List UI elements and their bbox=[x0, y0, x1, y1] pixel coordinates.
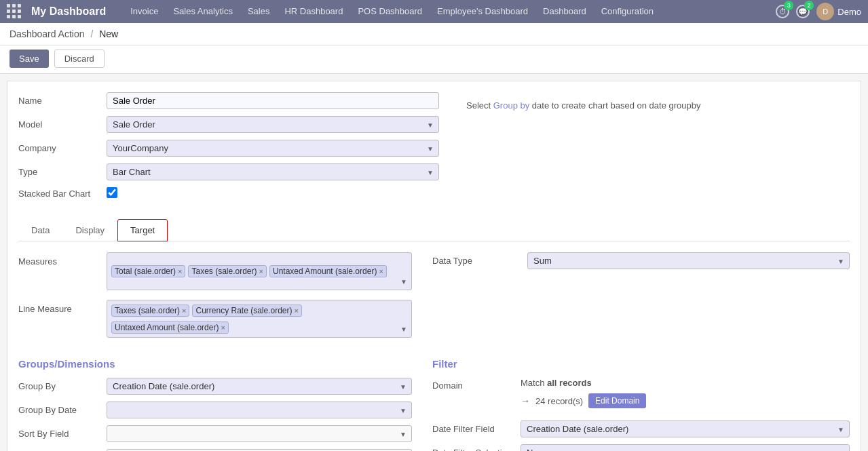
tab-display[interactable]: Display bbox=[62, 219, 117, 241]
tab-data[interactable]: Data bbox=[18, 219, 62, 241]
measures-input[interactable]: Total (sale.order) × Taxes (sale.order) … bbox=[107, 252, 412, 290]
date-filter-field-row: Date Filter Field Creation Date (sale.or… bbox=[432, 420, 850, 437]
data-section: Measures Total (sale.order) × Taxes (sal… bbox=[18, 252, 850, 345]
measure-tag-untaxed: Untaxed Amount (sale.order) × bbox=[269, 265, 387, 277]
company-label: Company bbox=[18, 143, 107, 153]
tag-label: Currency Rate (sale.order) bbox=[195, 306, 292, 315]
data-type-select[interactable]: Sum bbox=[527, 252, 850, 269]
breadcrumb-current: New bbox=[99, 28, 118, 39]
line-measure-label: Line Measure bbox=[18, 300, 107, 314]
hint-text: Select Group by date to create chart bas… bbox=[466, 99, 850, 113]
data-left: Measures Total (sale.order) × Taxes (sal… bbox=[18, 252, 412, 345]
date-filter-field-select-wrapper: Creation Date (sale.order) bbox=[521, 420, 850, 437]
sort-by-field-row: Sort By Field bbox=[18, 425, 412, 442]
remove-untaxed-tag[interactable]: × bbox=[379, 267, 383, 275]
stacked-checkbox-wrapper bbox=[107, 187, 439, 200]
measures-label: Measures bbox=[18, 252, 107, 267]
date-filter-field-select[interactable]: Creation Date (sale.order) bbox=[521, 420, 850, 437]
match-text: Match all records bbox=[521, 378, 850, 388]
edit-domain-button[interactable]: Edit Domain bbox=[588, 393, 646, 408]
tag-label: Taxes (sale.order) bbox=[191, 267, 257, 276]
model-select[interactable]: Sale Order bbox=[107, 116, 439, 133]
line-tag-taxes: Taxes (sale.order) × bbox=[111, 305, 189, 317]
remove-taxes-tag[interactable]: × bbox=[259, 267, 263, 275]
name-field-row: Name bbox=[18, 92, 439, 109]
name-input[interactable] bbox=[107, 92, 439, 109]
model-select-wrapper: Sale Order bbox=[107, 116, 439, 133]
breadcrumb-parent[interactable]: Dashboard Action bbox=[10, 28, 85, 39]
date-filter-selection-label: Date Filter Selection bbox=[432, 448, 521, 451]
line-measure-dropdown-arrow[interactable]: ▼ bbox=[400, 326, 407, 333]
sort-by-field-select[interactable] bbox=[107, 425, 412, 442]
bottom-section: Groups/Dimensions Group By Creation Date… bbox=[18, 358, 850, 451]
records-count: 24 record(s) bbox=[535, 396, 583, 406]
name-input-wrapper bbox=[107, 92, 439, 109]
groups-title: Groups/Dimensions bbox=[18, 358, 412, 370]
group-by-select[interactable]: Creation Date (sale.order) bbox=[107, 378, 412, 395]
group-by-row: Group By Creation Date (sale.order) bbox=[18, 378, 412, 395]
tag-label: Total (sale.order) bbox=[115, 267, 176, 276]
group-by-date-row: Group By Date bbox=[18, 401, 412, 418]
stacked-checkbox[interactable] bbox=[107, 187, 117, 198]
line-tag-currency: Currency Rate (sale.order) × bbox=[192, 305, 302, 317]
nav-configuration[interactable]: Configuration bbox=[595, 0, 660, 23]
nav-sales-analytics[interactable]: Sales Analytics bbox=[166, 0, 239, 23]
breadcrumb-separator: / bbox=[90, 28, 93, 39]
type-field-row: Type Bar Chart bbox=[18, 163, 439, 180]
nav-pos-dashboard[interactable]: POS Dashboard bbox=[351, 0, 429, 23]
remove-line-untaxed-tag[interactable]: × bbox=[221, 323, 225, 332]
messages-icon-wrapper[interactable]: 💬 2 bbox=[796, 5, 810, 18]
notification-badge: 3 bbox=[784, 1, 793, 10]
model-label: Model bbox=[18, 119, 107, 130]
remove-total-tag[interactable]: × bbox=[178, 267, 182, 275]
form-toolbar: Save Discard bbox=[0, 45, 868, 74]
line-measure-tag-box: Taxes (sale.order) × Currency Rate (sale… bbox=[107, 300, 412, 338]
nav-right: ⏱ 3 💬 2 D Demo bbox=[776, 3, 861, 20]
measures-dropdown-arrow[interactable]: ▼ bbox=[400, 278, 407, 286]
tab-target[interactable]: Target bbox=[117, 219, 168, 241]
notification-bell[interactable]: ⏱ 3 bbox=[776, 5, 789, 18]
measure-tag-total: Total (sale.order) × bbox=[111, 265, 185, 277]
remove-currency-tag[interactable]: × bbox=[295, 307, 299, 315]
sort-by-field-label: Sort By Field bbox=[18, 429, 107, 439]
data-right: Data Type Sum bbox=[432, 252, 850, 345]
sort-by-field-select-wrapper bbox=[107, 425, 412, 442]
nav-employees-dashboard[interactable]: Employee's Dashboard bbox=[430, 0, 535, 23]
app-grid-icon[interactable] bbox=[7, 4, 22, 19]
nav-invoice[interactable]: Invoice bbox=[124, 0, 165, 23]
app-title: My Dashboard bbox=[31, 5, 106, 18]
type-select[interactable]: Bar Chart bbox=[107, 163, 439, 180]
group-by-date-select[interactable] bbox=[107, 401, 412, 418]
remove-line-taxes-tag[interactable]: × bbox=[182, 307, 186, 315]
stacked-field-row: Stacked Bar Chart bbox=[18, 187, 439, 200]
data-type-select-wrapper: Sum bbox=[527, 252, 850, 269]
stacked-label: Stacked Bar Chart bbox=[18, 189, 107, 199]
date-filter-selection-select-wrapper: None bbox=[521, 444, 850, 451]
data-type-label: Data Type bbox=[432, 256, 521, 266]
measure-tag-taxes: Taxes (sale.order) × bbox=[188, 265, 266, 277]
data-type-row: Data Type Sum bbox=[432, 252, 850, 269]
line-measure-input[interactable]: Taxes (sale.order) × Currency Rate (sale… bbox=[107, 300, 412, 338]
measures-row: Measures Total (sale.order) × Taxes (sal… bbox=[18, 252, 412, 290]
date-filter-selection-select[interactable]: None bbox=[521, 444, 850, 451]
group-by-link[interactable]: Group by bbox=[493, 100, 529, 111]
save-button[interactable]: Save bbox=[10, 50, 49, 68]
domain-value: Match all records → 24 record(s) Edit Do… bbox=[521, 378, 850, 414]
filter-section: Filter Domain Match all records → 24 rec… bbox=[432, 358, 850, 451]
measures-tag-box: Total (sale.order) × Taxes (sale.order) … bbox=[107, 252, 412, 290]
company-field-row: Company YourCompany bbox=[18, 140, 439, 157]
breadcrumb: Dashboard Action / New bbox=[0, 23, 868, 45]
domain-label: Domain bbox=[432, 378, 521, 391]
records-row: → 24 record(s) Edit Domain bbox=[521, 393, 850, 408]
avatar: D bbox=[816, 3, 834, 20]
nav-hr-dashboard[interactable]: HR Dashboard bbox=[278, 0, 350, 23]
arrow-right-icon: → bbox=[521, 395, 530, 406]
user-menu[interactable]: D Demo bbox=[816, 3, 861, 20]
discard-button[interactable]: Discard bbox=[54, 50, 105, 68]
nav-dashboard[interactable]: Dashboard bbox=[536, 0, 593, 23]
groups-dimensions: Groups/Dimensions Group By Creation Date… bbox=[18, 358, 412, 451]
nav-sales[interactable]: Sales bbox=[241, 0, 277, 23]
tabs-bar: Data Display Target bbox=[18, 219, 850, 241]
company-select[interactable]: YourCompany bbox=[107, 140, 439, 157]
type-label: Type bbox=[18, 167, 107, 177]
